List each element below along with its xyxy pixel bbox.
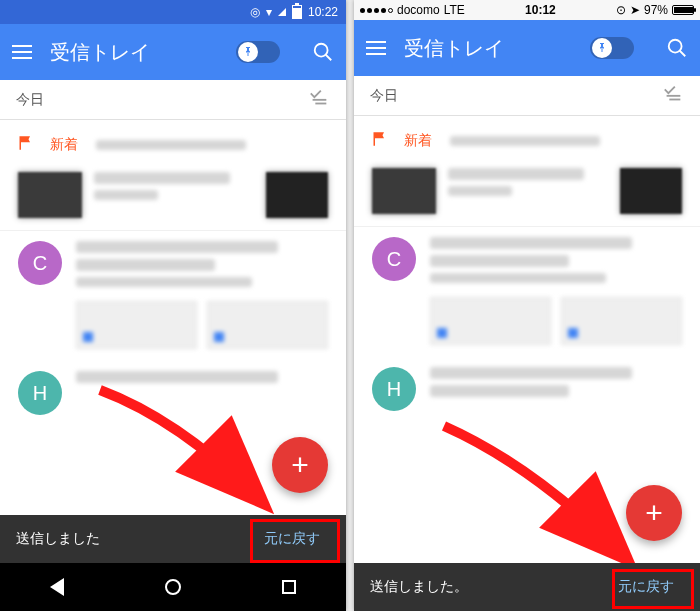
android-navbar xyxy=(0,563,346,611)
battery-percent: 97% xyxy=(644,3,668,17)
compose-fab[interactable]: + xyxy=(272,437,328,493)
section-header: 今日 xyxy=(354,76,700,116)
pin-icon xyxy=(238,42,258,62)
battery-icon xyxy=(292,5,302,19)
snackbar-message: 送信しました xyxy=(16,530,100,548)
snackbar-message: 送信しました。 xyxy=(370,578,468,596)
sweep-icon[interactable] xyxy=(662,83,684,108)
list-item[interactable]: C xyxy=(0,231,346,297)
battery-icon xyxy=(672,5,694,15)
pin-toggle[interactable] xyxy=(590,37,634,59)
section-label: 今日 xyxy=(370,87,398,105)
avatar: C xyxy=(18,241,62,285)
thumbnail xyxy=(18,172,82,218)
ios-screenshot: docomo LTE 10:12 ⊙ ➤ 97% 受信トレイ 今日 xyxy=(354,0,700,611)
message-preview xyxy=(448,168,608,214)
avatar: C xyxy=(372,237,416,281)
menu-button[interactable] xyxy=(366,41,386,55)
compose-fab[interactable]: + xyxy=(626,485,682,541)
carrier-label: docomo xyxy=(397,3,440,17)
inbox-content: 新着 C H + xyxy=(354,116,700,611)
annotation-highlight xyxy=(250,519,340,563)
list-item[interactable]: H xyxy=(354,357,700,421)
nav-recents-button[interactable] xyxy=(282,580,296,594)
app-title: 受信トレイ xyxy=(404,35,572,62)
new-cluster-header[interactable]: 新着 xyxy=(0,130,346,166)
status-bar: ◎ ▾ 10:22 xyxy=(0,0,346,24)
section-label: 今日 xyxy=(16,91,44,109)
message-preview xyxy=(430,367,682,397)
list-item[interactable]: C xyxy=(354,227,700,293)
android-screenshot: ◎ ▾ 10:22 受信トレイ 今日 新着 xyxy=(0,0,346,611)
plus-icon: + xyxy=(291,448,309,482)
app-title: 受信トレイ xyxy=(50,39,218,66)
location-icon: ➤ xyxy=(630,3,640,17)
pin-icon xyxy=(592,38,612,58)
avatar: H xyxy=(372,367,416,411)
list-item[interactable]: H xyxy=(0,361,346,415)
svg-line-5 xyxy=(680,51,686,57)
list-item[interactable] xyxy=(354,162,700,227)
avatar: H xyxy=(18,371,62,415)
message-preview xyxy=(76,371,328,383)
alarm-icon: ⊙ xyxy=(616,3,626,17)
flag-icon xyxy=(18,134,36,156)
attachment-chips[interactable] xyxy=(0,297,346,361)
section-header: 今日 xyxy=(0,80,346,120)
svg-line-1 xyxy=(326,55,332,61)
new-cluster-header[interactable]: 新着 xyxy=(354,126,700,162)
pin-toggle[interactable] xyxy=(236,41,280,63)
message-preview xyxy=(430,237,682,283)
status-time: 10:22 xyxy=(308,5,338,19)
attachment-chips[interactable] xyxy=(354,293,700,357)
thumbnail xyxy=(372,168,436,214)
status-bar: docomo LTE 10:12 ⊙ ➤ 97% xyxy=(354,0,700,20)
new-label: 新着 xyxy=(50,136,78,154)
status-time: 10:12 xyxy=(465,3,616,17)
menu-button[interactable] xyxy=(12,45,32,59)
list-item[interactable] xyxy=(0,166,346,231)
wifi-icon: ▾ xyxy=(266,5,272,19)
annotation-highlight xyxy=(612,569,694,609)
cell-signal-icon xyxy=(360,8,393,13)
app-bar: 受信トレイ xyxy=(354,20,700,76)
thumbnail xyxy=(620,168,682,214)
nav-home-button[interactable] xyxy=(165,579,181,595)
cast-icon: ◎ xyxy=(250,5,260,19)
message-preview xyxy=(76,241,328,287)
search-button[interactable] xyxy=(666,37,688,59)
nav-back-button[interactable] xyxy=(50,578,64,596)
flag-icon xyxy=(372,130,390,152)
network-label: LTE xyxy=(444,3,465,17)
thumbnail xyxy=(266,172,328,218)
cell-signal-icon xyxy=(278,8,286,16)
search-button[interactable] xyxy=(312,41,334,63)
message-preview xyxy=(94,172,254,218)
new-label: 新着 xyxy=(404,132,432,150)
svg-point-0 xyxy=(315,44,328,57)
app-bar: 受信トレイ xyxy=(0,24,346,80)
svg-point-4 xyxy=(669,40,682,53)
sweep-icon[interactable] xyxy=(308,87,330,112)
plus-icon: + xyxy=(645,496,663,530)
